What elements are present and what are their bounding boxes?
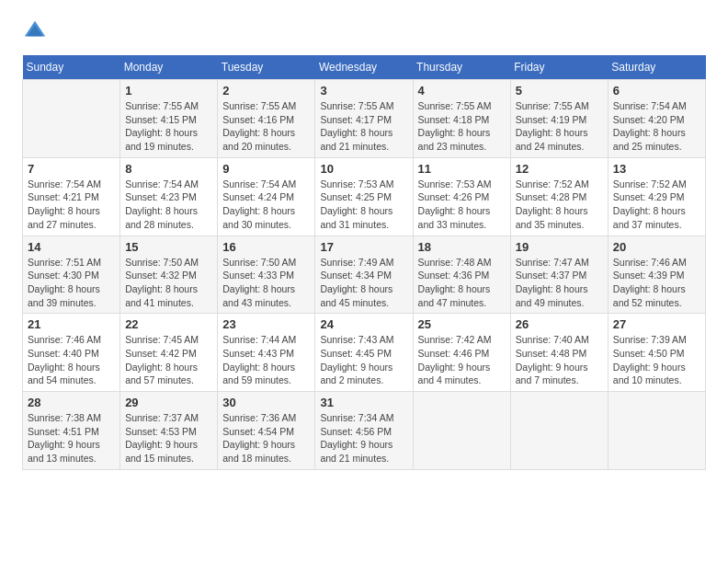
calendar-cell	[23, 80, 120, 158]
day-number: 8	[125, 162, 212, 176]
day-info: Sunrise: 7:53 AM Sunset: 4:25 PM Dayligh…	[320, 178, 407, 232]
day-number: 3	[320, 84, 407, 98]
day-number: 17	[320, 240, 407, 254]
day-info: Sunrise: 7:44 AM Sunset: 4:43 PM Dayligh…	[222, 333, 310, 387]
day-number: 30	[222, 396, 310, 409]
day-info: Sunrise: 7:40 AM Sunset: 4:48 PM Dayligh…	[516, 333, 603, 387]
logo	[22, 18, 51, 44]
calendar-week-row: 1Sunrise: 7:55 AM Sunset: 4:15 PM Daylig…	[23, 80, 706, 158]
day-number: 27	[613, 317, 700, 331]
day-info: Sunrise: 7:55 AM Sunset: 4:16 PM Dayligh…	[222, 99, 310, 154]
calendar-week-row: 7Sunrise: 7:54 AM Sunset: 4:21 PM Daylig…	[23, 157, 706, 236]
logo-icon	[22, 18, 48, 44]
day-info: Sunrise: 7:48 AM Sunset: 4:36 PM Dayligh…	[418, 256, 506, 310]
day-number: 10	[320, 162, 407, 176]
calendar-cell: 9Sunrise: 7:54 AM Sunset: 4:24 PM Daylig…	[218, 157, 315, 236]
calendar-cell: 25Sunrise: 7:42 AM Sunset: 4:46 PM Dayli…	[413, 314, 510, 392]
weekday-header-row: SundayMondayTuesdayWednesdayThursdayFrid…	[23, 55, 706, 80]
day-info: Sunrise: 7:45 AM Sunset: 4:42 PM Dayligh…	[125, 333, 212, 387]
weekday-header-friday: Friday	[510, 55, 608, 80]
calendar-cell: 10Sunrise: 7:53 AM Sunset: 4:25 PM Dayli…	[315, 157, 413, 236]
weekday-header-tuesday: Tuesday	[218, 55, 315, 80]
calendar-week-row: 21Sunrise: 7:46 AM Sunset: 4:40 PM Dayli…	[23, 314, 706, 392]
day-info: Sunrise: 7:55 AM Sunset: 4:19 PM Dayligh…	[516, 99, 603, 154]
day-info: Sunrise: 7:46 AM Sunset: 4:40 PM Dayligh…	[28, 333, 115, 387]
calendar-cell: 28Sunrise: 7:38 AM Sunset: 4:51 PM Dayli…	[23, 392, 120, 470]
calendar-cell: 7Sunrise: 7:54 AM Sunset: 4:21 PM Daylig…	[23, 157, 120, 236]
day-number: 25	[418, 317, 506, 331]
day-info: Sunrise: 7:50 AM Sunset: 4:32 PM Dayligh…	[125, 256, 212, 310]
weekday-header-saturday: Saturday	[608, 55, 705, 80]
calendar-cell	[510, 392, 608, 470]
day-number: 2	[222, 84, 310, 98]
calendar-cell: 24Sunrise: 7:43 AM Sunset: 4:45 PM Dayli…	[315, 314, 413, 392]
day-number: 15	[125, 240, 212, 254]
day-number: 13	[613, 162, 700, 176]
calendar-cell: 17Sunrise: 7:49 AM Sunset: 4:34 PM Dayli…	[315, 236, 413, 314]
calendar-cell: 23Sunrise: 7:44 AM Sunset: 4:43 PM Dayli…	[218, 314, 315, 392]
calendar-cell: 8Sunrise: 7:54 AM Sunset: 4:23 PM Daylig…	[120, 157, 218, 236]
day-number: 12	[516, 162, 603, 176]
weekday-header-wednesday: Wednesday	[315, 55, 413, 80]
calendar-cell: 1Sunrise: 7:55 AM Sunset: 4:15 PM Daylig…	[120, 80, 218, 158]
calendar-cell: 12Sunrise: 7:52 AM Sunset: 4:28 PM Dayli…	[510, 157, 608, 236]
calendar-cell: 11Sunrise: 7:53 AM Sunset: 4:26 PM Dayli…	[413, 157, 510, 236]
weekday-header-monday: Monday	[120, 55, 218, 80]
day-number: 6	[613, 84, 700, 98]
calendar-cell: 31Sunrise: 7:34 AM Sunset: 4:56 PM Dayli…	[315, 392, 413, 470]
day-info: Sunrise: 7:55 AM Sunset: 4:18 PM Dayligh…	[418, 99, 506, 154]
day-info: Sunrise: 7:37 AM Sunset: 4:53 PM Dayligh…	[125, 411, 212, 465]
day-number: 7	[28, 162, 115, 176]
day-number: 4	[418, 84, 506, 98]
calendar-cell: 21Sunrise: 7:46 AM Sunset: 4:40 PM Dayli…	[23, 314, 120, 392]
day-info: Sunrise: 7:39 AM Sunset: 4:50 PM Dayligh…	[613, 333, 700, 387]
calendar-cell: 27Sunrise: 7:39 AM Sunset: 4:50 PM Dayli…	[608, 314, 705, 392]
calendar-cell: 18Sunrise: 7:48 AM Sunset: 4:36 PM Dayli…	[413, 236, 510, 314]
day-number: 5	[516, 84, 603, 98]
day-info: Sunrise: 7:54 AM Sunset: 4:24 PM Dayligh…	[222, 178, 310, 232]
day-info: Sunrise: 7:47 AM Sunset: 4:37 PM Dayligh…	[516, 256, 603, 310]
day-info: Sunrise: 7:52 AM Sunset: 4:28 PM Dayligh…	[516, 178, 603, 232]
day-number: 21	[28, 317, 115, 331]
calendar-cell: 3Sunrise: 7:55 AM Sunset: 4:17 PM Daylig…	[315, 80, 413, 158]
day-info: Sunrise: 7:50 AM Sunset: 4:33 PM Dayligh…	[222, 256, 310, 310]
calendar-cell: 14Sunrise: 7:51 AM Sunset: 4:30 PM Dayli…	[23, 236, 120, 314]
day-info: Sunrise: 7:36 AM Sunset: 4:54 PM Dayligh…	[222, 411, 310, 465]
calendar-cell: 15Sunrise: 7:50 AM Sunset: 4:32 PM Dayli…	[120, 236, 218, 314]
day-number: 22	[125, 317, 212, 331]
calendar-week-row: 28Sunrise: 7:38 AM Sunset: 4:51 PM Dayli…	[23, 392, 706, 470]
calendar-cell: 6Sunrise: 7:54 AM Sunset: 4:20 PM Daylig…	[608, 80, 705, 158]
day-number: 28	[28, 396, 115, 409]
day-info: Sunrise: 7:55 AM Sunset: 4:17 PM Dayligh…	[320, 99, 407, 154]
weekday-header-sunday: Sunday	[23, 55, 120, 80]
day-info: Sunrise: 7:38 AM Sunset: 4:51 PM Dayligh…	[28, 411, 115, 465]
calendar-cell: 16Sunrise: 7:50 AM Sunset: 4:33 PM Dayli…	[218, 236, 315, 314]
calendar-cell	[413, 392, 510, 470]
day-number: 29	[125, 396, 212, 409]
day-info: Sunrise: 7:54 AM Sunset: 4:20 PM Dayligh…	[613, 99, 700, 154]
day-info: Sunrise: 7:43 AM Sunset: 4:45 PM Dayligh…	[320, 333, 407, 387]
day-number: 18	[418, 240, 506, 254]
weekday-header-thursday: Thursday	[413, 55, 510, 80]
calendar-cell: 5Sunrise: 7:55 AM Sunset: 4:19 PM Daylig…	[510, 80, 608, 158]
day-info: Sunrise: 7:46 AM Sunset: 4:39 PM Dayligh…	[613, 256, 700, 310]
calendar-cell: 4Sunrise: 7:55 AM Sunset: 4:18 PM Daylig…	[413, 80, 510, 158]
calendar-cell: 19Sunrise: 7:47 AM Sunset: 4:37 PM Dayli…	[510, 236, 608, 314]
day-info: Sunrise: 7:52 AM Sunset: 4:29 PM Dayligh…	[613, 178, 700, 232]
day-number: 14	[28, 240, 115, 254]
day-info: Sunrise: 7:54 AM Sunset: 4:23 PM Dayligh…	[125, 178, 212, 232]
day-number: 1	[125, 84, 212, 98]
calendar-week-row: 14Sunrise: 7:51 AM Sunset: 4:30 PM Dayli…	[23, 236, 706, 314]
day-number: 26	[516, 317, 603, 331]
day-info: Sunrise: 7:42 AM Sunset: 4:46 PM Dayligh…	[418, 333, 506, 387]
day-info: Sunrise: 7:34 AM Sunset: 4:56 PM Dayligh…	[320, 411, 407, 465]
calendar-cell: 2Sunrise: 7:55 AM Sunset: 4:16 PM Daylig…	[218, 80, 315, 158]
day-number: 16	[222, 240, 310, 254]
page-header	[22, 18, 706, 44]
calendar-cell: 29Sunrise: 7:37 AM Sunset: 4:53 PM Dayli…	[120, 392, 218, 470]
calendar-cell: 20Sunrise: 7:46 AM Sunset: 4:39 PM Dayli…	[608, 236, 705, 314]
day-number: 11	[418, 162, 506, 176]
day-info: Sunrise: 7:53 AM Sunset: 4:26 PM Dayligh…	[418, 178, 506, 232]
day-number: 31	[320, 396, 407, 409]
calendar-cell	[608, 392, 705, 470]
